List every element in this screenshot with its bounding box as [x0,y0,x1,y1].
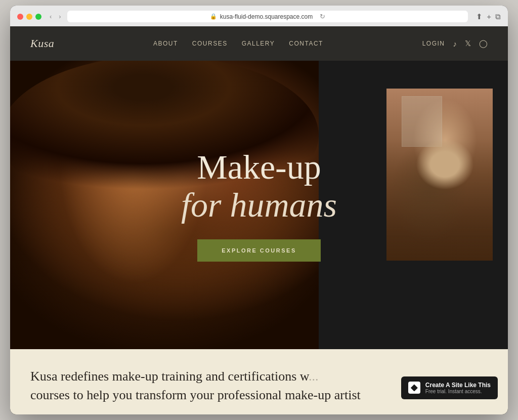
cream-section: Kusa redefines make-up training and cert… [10,349,508,414]
hero-title-line2: for humans [181,186,337,224]
hero-content: Make-up for humans EXPLORE COURSES [10,61,508,349]
instagram-icon[interactable]: ◯ [479,39,488,48]
traffic-lights [17,14,41,20]
back-button[interactable]: ‹ [48,12,54,21]
address-bar[interactable]: 🔒 kusa-fluid-demo.squarespace.com ↻ [67,11,468,22]
nav-about[interactable]: ABOUT [153,40,178,47]
lock-icon: 🔒 [210,13,217,20]
reload-icon[interactable]: ↻ [320,13,325,20]
browser-window: ‹ › 🔒 kusa-fluid-demo.squarespace.com ↻ … [10,6,508,414]
site-content: Kusa ABOUT COURSES GALLERY CONTACT LOGIN… [10,26,508,414]
maximize-button[interactable] [35,14,41,20]
tiktok-icon[interactable]: ♪ [453,39,457,48]
badge-text: Create A Site Like This Free trial. Inst… [425,382,491,394]
nav-courses[interactable]: COURSES [192,40,228,47]
close-button[interactable] [17,14,23,20]
hero-section: Make-up for humans EXPLORE COURSES [10,61,508,349]
tabs-button[interactable]: ⧉ [495,12,501,21]
explore-courses-button[interactable]: EXPLORE COURSES [197,239,321,262]
hero-title-line1: Make-up [181,148,337,186]
site-nav: Kusa ABOUT COURSES GALLERY CONTACT LOGIN… [10,26,508,61]
nav-links: ABOUT COURSES GALLERY CONTACT [153,40,323,47]
browser-chrome: ‹ › 🔒 kusa-fluid-demo.squarespace.com ↻ … [10,6,508,26]
squarespace-logo [408,382,420,394]
nav-contact[interactable]: CONTACT [289,40,323,47]
nav-gallery[interactable]: GALLERY [242,40,275,47]
badge-subtitle: Free trial. Instant access. [425,389,491,394]
minimize-button[interactable] [26,14,32,20]
site-logo[interactable]: Kusa [30,37,54,50]
browser-controls: ‹ › [48,12,63,21]
nav-right: LOGIN ♪ 𝕏 ◯ [422,39,488,48]
squarespace-badge[interactable]: Create A Site Like This Free trial. Inst… [401,376,498,399]
new-tab-button[interactable]: + [487,12,491,21]
forward-button[interactable]: › [57,12,63,21]
squarespace-logo-mark [411,384,418,391]
intro-text: Kusa redefines make-up training and cert… [30,367,384,404]
hero-text: Make-up for humans [181,148,337,224]
share-button[interactable]: ⬆ [476,12,483,21]
browser-actions: ⬆ + ⧉ [476,12,501,21]
url-text: kusa-fluid-demo.squarespace.com [220,13,313,20]
twitter-icon[interactable]: 𝕏 [465,39,471,48]
badge-title: Create A Site Like This [425,382,491,389]
login-button[interactable]: LOGIN [422,40,445,47]
